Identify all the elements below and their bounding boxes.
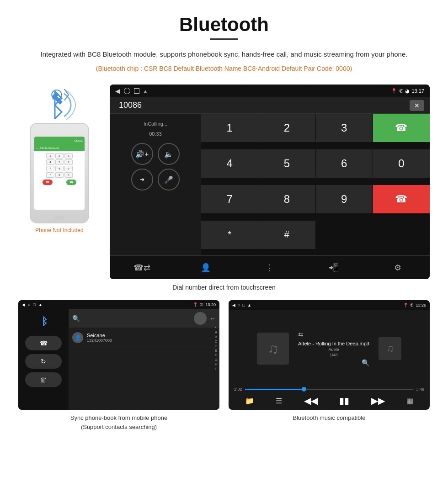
pb-alpha-d: D (215, 344, 218, 348)
pb-nav-icons: ◀ ○ □ ▲ (22, 302, 43, 307)
pb-loc-icon: 📍 (193, 302, 198, 307)
pb-refresh-btn[interactable]: ↻ (25, 354, 62, 369)
pb-time: 13:20 (205, 302, 216, 307)
phone-key-2: 2 (55, 153, 64, 159)
phone-screen: MORE +Add to Contacts 1 2 3 (34, 137, 85, 210)
pb-delete-btn[interactable]: 🗑 (25, 372, 62, 387)
music-eq-icon[interactable]: ▦ (406, 397, 413, 405)
pb-alpha-e: E (215, 349, 218, 353)
nav-calls[interactable]: ☎⇄ (133, 259, 151, 277)
shuffle-icon[interactable]: ⇆ (298, 331, 304, 338)
music-artist-name: Adele (298, 347, 369, 352)
pb-alpha-f: F (215, 353, 218, 357)
music-home-icon: ○ (238, 303, 240, 307)
pb-alpha-i: I (215, 367, 218, 371)
backspace-button[interactable]: ✕ (410, 100, 424, 111)
key-0[interactable]: 0 (373, 149, 430, 178)
music-nav: ◀ ○ □ ▲ (232, 303, 251, 307)
music-folder-icon[interactable]: 📁 (245, 397, 254, 405)
music-progress-dot (302, 387, 306, 392)
music-layout: ◀ ○ □ ▲ 📍 ✆ 13:26 (229, 300, 430, 410)
numpad-panel: 1 2 3 ☎ 4 5 6 0 7 8 9 ☎ * # (201, 114, 430, 255)
volume-up-button[interactable]: 🔊+ (131, 143, 153, 165)
notification-icon: ▲ (143, 89, 148, 94)
phone-dialpad: 1 2 3 4 5 6 7 8 (34, 151, 85, 188)
nav-settings[interactable]: ⚙ (389, 259, 407, 277)
phonebook-col: ◀ ○ □ ▲ 📍 ✆ 13:20 (18, 300, 219, 431)
dial-content: InCalling... 00:33 🔊+ 🔈 ➜ 🎤 (110, 114, 430, 255)
wifi-icon: ◕ (405, 88, 410, 94)
pb-search-icon: 🔍 (72, 315, 80, 322)
music-play-pause-button[interactable]: ▮▮ (339, 395, 349, 406)
music-screen: ◀ ○ □ ▲ 📍 ✆ 13:26 (229, 300, 430, 410)
pb-alpha-h: H (215, 362, 218, 366)
music-next-button[interactable]: ▶▶ (371, 395, 385, 406)
music-song-title: Adele - Rolling In the Deep.mp3 (298, 341, 369, 346)
key-hash[interactable]: # (258, 221, 315, 249)
pb-status-icons: 📍 ✆ 13:20 (193, 302, 216, 307)
music-list-icon[interactable]: ☰ (276, 397, 282, 405)
pb-back-arrow-icon: ← (209, 315, 216, 322)
nav-messages[interactable]: 📲 (325, 259, 343, 277)
call-timer: 00:33 (115, 131, 196, 137)
volume-down-button[interactable]: 🔈 (158, 143, 180, 165)
phone-key-4: 4 (46, 159, 54, 165)
mute-button[interactable]: 🎤 (158, 169, 180, 191)
dialed-number: 10086 (115, 101, 410, 110)
phone-key-6: 6 (64, 159, 73, 165)
pb-sidebar: ☎ ↻ 🗑 (18, 309, 69, 410)
music-album-art-next: ♫ (379, 337, 401, 360)
music-time-total: 3:49 (416, 387, 424, 392)
pb-contact-number: 13241007000 (87, 338, 112, 343)
status-right: 📍 ✆ ◕ 13:17 (391, 88, 424, 94)
key-7[interactable]: 7 (201, 185, 258, 213)
pb-alpha-g: G (215, 358, 218, 362)
phone-key-9: 9 (64, 166, 73, 171)
transfer-button[interactable]: ➜ (131, 169, 153, 191)
bottom-row: ◀ ○ □ ▲ 📍 ✆ 13:20 (18, 300, 430, 431)
music-search-icon[interactable]: 🔍 (362, 359, 369, 366)
back-icon: ◀ (115, 87, 120, 95)
music-time-current: 2:02 (234, 387, 242, 392)
pb-profile-circle (194, 312, 207, 325)
music-progress-fill (245, 389, 304, 390)
music-col: ◀ ○ □ ▲ 📍 ✆ 13:26 (229, 300, 430, 431)
music-prev-button[interactable]: ◀◀ (304, 395, 318, 406)
title-underline (210, 38, 238, 40)
pb-contact-name: Seicane (87, 333, 112, 338)
key-1[interactable]: 1 (201, 114, 258, 142)
extra-controls-row: ➜ 🎤 (131, 169, 180, 191)
key-6[interactable]: 6 (316, 149, 373, 178)
call-end-button[interactable]: ☎ (373, 185, 430, 213)
pb-recents-icon: □ (33, 302, 35, 307)
dial-section: ⬉ ⦿〉 MORE (18, 85, 430, 279)
phone-screen-header: MORE (34, 137, 85, 145)
pb-phone-btn[interactable]: ☎ (25, 336, 62, 350)
key-9[interactable]: 9 (316, 185, 373, 213)
page-title: Bluetooth (18, 14, 430, 36)
call-answer-button[interactable]: ☎ (373, 114, 430, 142)
phone-home-btn (55, 216, 64, 220)
music-album-art: ♫ (257, 333, 289, 365)
key-5[interactable]: 5 (258, 149, 315, 178)
key-2[interactable]: 2 (258, 114, 315, 142)
phone-key-3: 3 (64, 153, 73, 159)
music-search-row: 🔍 (298, 359, 369, 366)
android-dial-screen: ◀ ▲ 📍 ✆ ◕ 13:17 10086 ✕ (110, 85, 430, 279)
description-main: Integrated with BC8 Bluetooth module, su… (18, 49, 430, 60)
music-loc-icon: 📍 (403, 303, 408, 307)
pb-alphabet-index: * A B C D E F G H I (215, 326, 218, 371)
nav-contacts[interactable]: 👤 (197, 259, 215, 277)
key-8[interactable]: 8 (258, 185, 315, 213)
music-progress-bar[interactable] (245, 389, 414, 390)
bluetooth-visual: ⬉ ⦿〉 (41, 85, 78, 121)
pb-home-icon: ○ (28, 302, 30, 307)
nav-dialpad[interactable]: ⋮ (261, 259, 279, 277)
pb-alpha-star: * (215, 326, 218, 330)
music-recents-icon: □ (242, 303, 245, 307)
key-star[interactable]: * (201, 221, 258, 249)
key-4[interactable]: 4 (201, 149, 258, 178)
pb-alpha-c: C (215, 339, 218, 344)
pb-contact-row[interactable]: 👤 Seicane 13241007000 (69, 328, 219, 348)
key-3[interactable]: 3 (316, 114, 373, 142)
